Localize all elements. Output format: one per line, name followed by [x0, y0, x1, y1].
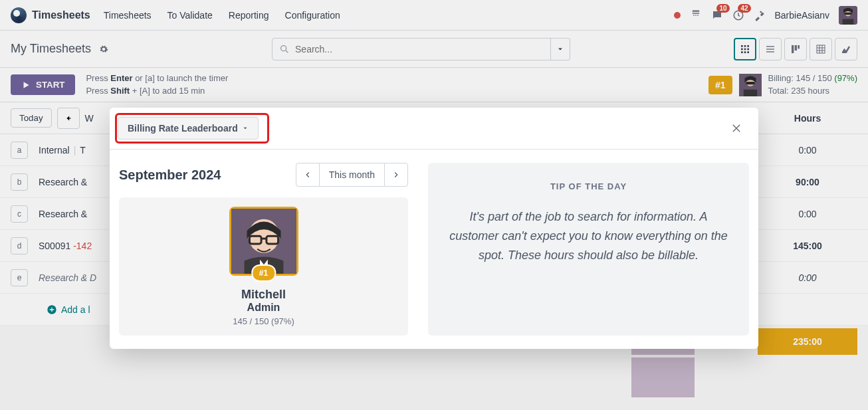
- month-title: September 2024: [119, 167, 289, 183]
- prev-month-button[interactable]: [296, 163, 320, 187]
- leader-card: #1 Mitchell Admin 145 / 150 (97%): [119, 197, 408, 336]
- month-nav: This month: [296, 163, 408, 187]
- tip-card: TIP OF THE DAY It's part of the job to s…: [428, 163, 749, 336]
- modal-body: September 2024 This month: [110, 150, 758, 336]
- leaderboard-toggle-label: Billing Rate Leaderboard: [128, 123, 238, 134]
- close-icon: [730, 122, 742, 134]
- chevron-right-icon: [391, 170, 401, 179]
- leaderboard-modal: Billing Rate Leaderboard September 2024 …: [110, 108, 758, 349]
- leader-name: Mitchell: [128, 288, 399, 302]
- caret-down-icon: [242, 125, 249, 132]
- month-nav-row: September 2024 This month: [119, 163, 408, 187]
- modal-overlay[interactable]: Billing Rate Leaderboard September 2024 …: [0, 0, 868, 410]
- leader-stats: 145 / 150 (97%): [128, 316, 399, 326]
- leader-rank-badge: #1: [251, 264, 276, 282]
- leader-avatar: #1: [229, 207, 298, 276]
- tip-title: TIP OF THE DAY: [444, 181, 733, 191]
- leader-role: Admin: [128, 302, 399, 314]
- close-button[interactable]: [725, 120, 748, 137]
- next-month-button[interactable]: [384, 163, 408, 187]
- leaderboard-toggle[interactable]: Billing Rate Leaderboard: [118, 117, 259, 140]
- period-label[interactable]: This month: [320, 163, 384, 187]
- modal-header: Billing Rate Leaderboard: [110, 108, 758, 150]
- tip-body: It's part of the job to search for infor…: [444, 207, 733, 264]
- chevron-left-icon: [303, 170, 312, 179]
